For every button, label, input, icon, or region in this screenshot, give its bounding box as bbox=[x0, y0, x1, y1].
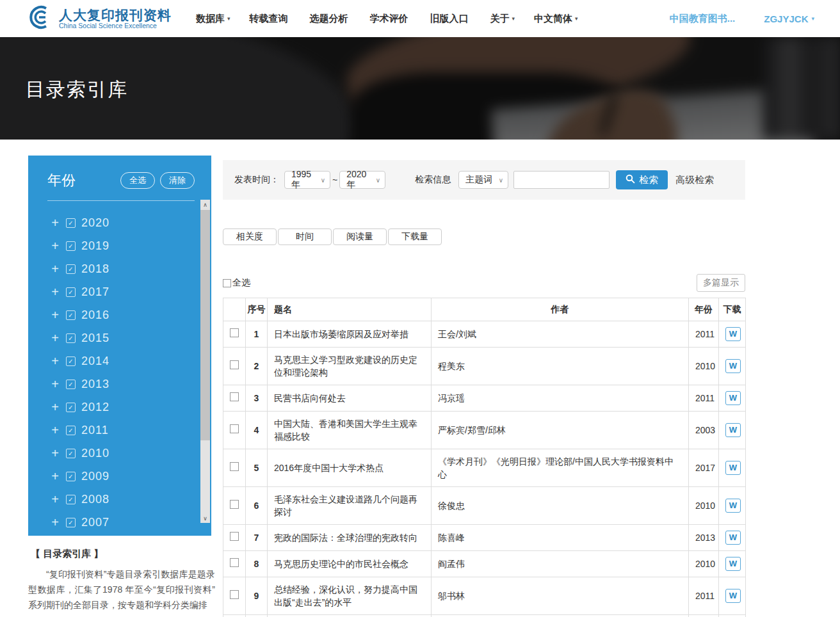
article-title[interactable]: 马克思历史理论中的市民社会概念 bbox=[268, 551, 432, 577]
nav-item[interactable]: 数据库 ▾ bbox=[196, 13, 230, 25]
year-list-item[interactable]: + ✓ 2009 bbox=[50, 465, 211, 488]
nav-item[interactable]: 学术评价 bbox=[370, 13, 411, 25]
nav-item[interactable]: 关于 ▾ bbox=[490, 13, 515, 25]
advanced-search-link[interactable]: 高级检索 bbox=[675, 174, 714, 186]
row-checkbox[interactable] bbox=[230, 328, 239, 337]
article-title[interactable]: 中国科协科技期刊学术质量问题研究 bbox=[268, 615, 432, 617]
year-checkbox[interactable]: ✓ bbox=[66, 264, 76, 274]
year-list-item[interactable]: + ✓ 2017 bbox=[50, 280, 211, 303]
year-checkbox[interactable]: ✓ bbox=[66, 518, 76, 527]
year-checkbox[interactable]: ✓ bbox=[66, 426, 76, 435]
article-title[interactable]: 民营书店向何处去 bbox=[268, 385, 432, 412]
sort-button[interactable]: 下载量 bbox=[388, 228, 442, 245]
word-download-button[interactable]: W bbox=[725, 531, 741, 545]
article-title[interactable]: 中国大陆、香港和美国大学生主观幸福感比较 bbox=[268, 412, 432, 449]
from-year-select[interactable]: 1995年 ∨ bbox=[284, 171, 330, 189]
nav-item[interactable]: 转载查询 bbox=[250, 13, 291, 25]
year-list-item[interactable]: + ✓ 2014 bbox=[50, 349, 211, 373]
year-list-item[interactable]: + ✓ 2015 bbox=[50, 326, 211, 349]
scrollbar-thumb[interactable] bbox=[200, 210, 210, 440]
sidebar-scrollbar[interactable]: ∧ ∨ bbox=[200, 200, 210, 523]
year-checkbox[interactable]: ✓ bbox=[66, 449, 76, 458]
expand-plus-icon[interactable]: + bbox=[50, 425, 60, 435]
nav-item[interactable]: 旧版入口 bbox=[430, 13, 471, 25]
year-list-item[interactable]: + ✓ 2012 bbox=[50, 396, 211, 419]
expand-plus-icon[interactable]: + bbox=[50, 494, 60, 504]
row-number: 2 bbox=[246, 348, 268, 385]
year-list-item[interactable]: + ✓ 2011 bbox=[50, 419, 211, 442]
account-link[interactable]: ZGJYJCK ▾ bbox=[764, 13, 814, 24]
clear-years-button[interactable]: 清除 bbox=[160, 172, 195, 189]
year-list-item[interactable]: + ✓ 2020 bbox=[50, 211, 211, 234]
year-list-item[interactable]: + ✓ 2010 bbox=[50, 442, 211, 465]
article-title[interactable]: 马克思主义学习型政党建设的历史定位和理论架构 bbox=[268, 348, 432, 385]
scroll-up-icon[interactable]: ∧ bbox=[200, 200, 210, 209]
row-checkbox[interactable] bbox=[230, 360, 239, 369]
expand-plus-icon[interactable]: + bbox=[50, 218, 60, 228]
nav-item[interactable]: 中文简体 ▾ bbox=[534, 13, 578, 25]
year-checkbox[interactable]: ✓ bbox=[66, 310, 76, 320]
expand-plus-icon[interactable]: + bbox=[50, 264, 60, 274]
word-download-button[interactable]: W bbox=[725, 557, 741, 571]
row-checkbox[interactable] bbox=[230, 462, 239, 471]
row-checkbox[interactable] bbox=[230, 532, 239, 541]
scroll-down-icon[interactable]: ∨ bbox=[200, 513, 210, 523]
expand-plus-icon[interactable]: + bbox=[50, 517, 60, 527]
search-input[interactable] bbox=[513, 171, 610, 189]
article-title[interactable]: 2016年度中国十大学术热点 bbox=[268, 449, 432, 487]
year-checkbox[interactable]: ✓ bbox=[66, 357, 76, 366]
expand-plus-icon[interactable]: + bbox=[50, 241, 60, 251]
word-download-button[interactable]: W bbox=[725, 359, 741, 373]
expand-plus-icon[interactable]: + bbox=[50, 471, 60, 481]
account-link[interactable]: 中国教育图书... bbox=[670, 13, 739, 25]
year-checkbox[interactable]: ✓ bbox=[66, 472, 76, 481]
article-title[interactable]: 日本出版市场萎缩原因及应对举措 bbox=[268, 321, 432, 348]
year-list-item[interactable]: + ✓ 2013 bbox=[50, 373, 211, 396]
year-list-item[interactable]: + ✓ 2019 bbox=[50, 234, 211, 257]
multi-display-button[interactable]: 多篇显示 bbox=[697, 274, 745, 292]
word-download-button[interactable]: W bbox=[725, 589, 741, 603]
expand-plus-icon[interactable]: + bbox=[50, 448, 60, 458]
word-download-button[interactable]: W bbox=[725, 461, 741, 475]
expand-plus-icon[interactable]: + bbox=[50, 333, 60, 343]
sort-button[interactable]: 阅读量 bbox=[333, 228, 387, 245]
year-checkbox[interactable]: ✓ bbox=[66, 380, 76, 389]
search-field-select[interactable]: 主题词 ∨ bbox=[458, 171, 508, 189]
row-checkbox[interactable] bbox=[230, 424, 239, 433]
word-download-button[interactable]: W bbox=[725, 499, 741, 513]
sort-button[interactable]: 相关度 bbox=[223, 228, 277, 245]
expand-plus-icon[interactable]: + bbox=[50, 379, 60, 389]
to-year-select[interactable]: 2020年 ∨ bbox=[339, 171, 385, 189]
table-row: 6 毛泽东社会主义建设道路几个问题再探讨 徐俊忠 2010 W bbox=[223, 487, 746, 525]
row-checkbox[interactable] bbox=[230, 558, 239, 567]
year-checkbox[interactable]: ✓ bbox=[66, 218, 76, 228]
year-list-item[interactable]: + ✓ 2008 bbox=[50, 488, 211, 511]
year-list-item[interactable]: + ✓ 2007 bbox=[50, 511, 211, 534]
word-download-button[interactable]: W bbox=[725, 327, 741, 341]
year-list-item[interactable]: + ✓ 2016 bbox=[50, 303, 211, 326]
expand-plus-icon[interactable]: + bbox=[50, 402, 60, 412]
year-checkbox[interactable]: ✓ bbox=[66, 495, 76, 504]
expand-plus-icon[interactable]: + bbox=[50, 287, 60, 297]
year-checkbox[interactable]: ✓ bbox=[66, 241, 76, 251]
select-all-checkbox[interactable] bbox=[223, 279, 231, 287]
expand-plus-icon[interactable]: + bbox=[50, 356, 60, 366]
article-title[interactable]: 宪政的国际法：全球治理的宪政转向 bbox=[268, 525, 432, 551]
search-button[interactable]: 检索 bbox=[616, 170, 668, 189]
word-download-button[interactable]: W bbox=[725, 423, 741, 437]
year-checkbox[interactable]: ✓ bbox=[66, 403, 76, 412]
nav-item[interactable]: 选题分析 bbox=[310, 13, 351, 25]
year-checkbox[interactable]: ✓ bbox=[66, 287, 76, 297]
year-checkbox[interactable]: ✓ bbox=[66, 333, 76, 343]
expand-plus-icon[interactable]: + bbox=[50, 310, 60, 320]
site-logo[interactable]: 人大复印报刊资料 China Social Science Excellence bbox=[26, 4, 172, 33]
year-list-item[interactable]: + ✓ 2018 bbox=[50, 257, 211, 280]
row-checkbox[interactable] bbox=[230, 500, 239, 509]
row-checkbox[interactable] bbox=[230, 590, 239, 599]
word-download-button[interactable]: W bbox=[725, 391, 741, 405]
sort-button[interactable]: 时间 bbox=[278, 228, 332, 245]
select-all-years-button[interactable]: 全选 bbox=[120, 172, 155, 189]
article-title[interactable]: 毛泽东社会主义建设道路几个问题再探讨 bbox=[268, 487, 432, 525]
article-title[interactable]: 总结经验，深化认识，努力提高中国出版“走出去”的水平 bbox=[268, 577, 432, 615]
row-checkbox[interactable] bbox=[230, 392, 239, 401]
